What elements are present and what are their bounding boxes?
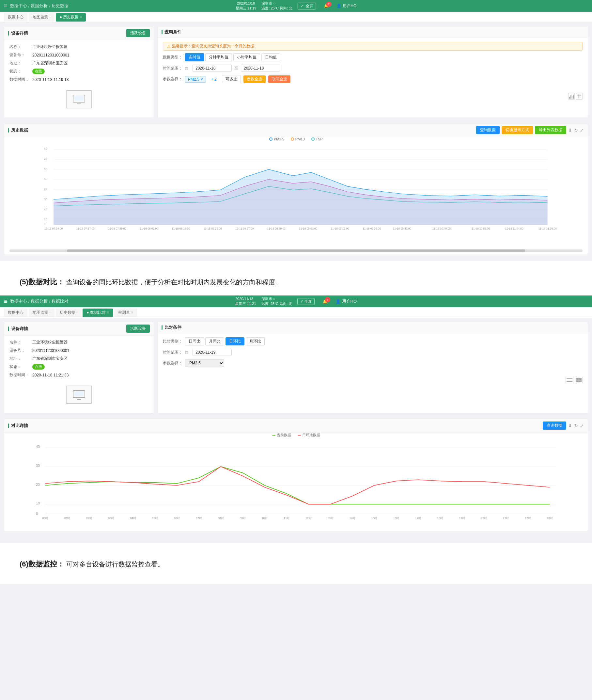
device-id-2: 20201112031000001 — [32, 348, 69, 353]
alert-icon-2[interactable]: 🔔 7 — [320, 298, 330, 305]
btn-query-compare[interactable]: 查询数据 — [543, 421, 566, 430]
svg-text:40: 40 — [44, 187, 47, 191]
legend-compare: 日环比数据 — [298, 433, 320, 437]
user-menu-2[interactable]: 👤 用户HO — [336, 298, 357, 304]
refresh-icon-2[interactable]: ↻ — [574, 423, 578, 428]
tab-history-2[interactable]: 历史数据 · — [56, 309, 82, 317]
svg-text:30: 30 — [44, 197, 47, 201]
list-view-icon[interactable] — [565, 377, 574, 383]
svg-text:80: 80 — [44, 147, 47, 150]
btn-query-data[interactable]: 查询数据 — [476, 126, 500, 134]
menu-icon-2[interactable]: ≡ — [4, 298, 7, 305]
tab-data-center-2[interactable]: 数据中心 — [4, 309, 28, 317]
svg-text:40: 40 — [36, 445, 40, 449]
weather-2: 深圳市 ○ 温度: 25°C 风向: 北 — [261, 296, 292, 306]
svg-text:15时: 15时 — [372, 516, 378, 520]
compare-type-buttons: 日同比 月同比 日环比 月环比 — [185, 337, 265, 345]
param-tag-pm25[interactable]: PM2.5 × — [185, 76, 206, 83]
svg-text:14时: 14时 — [349, 516, 356, 520]
query-panel-title: 查询条件 — [161, 29, 182, 35]
tab-map-monitor[interactable]: 地图监测 · — [29, 13, 54, 21]
chart-scrollbar[interactable] — [9, 249, 583, 252]
legend-tsp: TSP — [311, 137, 323, 141]
btn-month-mom[interactable]: 月环比 — [246, 337, 265, 345]
alert-badge-2: 7 — [325, 297, 330, 302]
hist-action-buttons: 查询数据 切换显示方式 导出列表数据 ⬇ ↻ ⤢ — [476, 126, 584, 134]
weather-display: 深圳市 ○ 温度: 25°C 风向: 北 — [261, 1, 292, 11]
svg-text:11-18 08:01:00: 11-18 08:01:00 — [140, 227, 158, 230]
refresh-icon[interactable]: ↻ — [574, 128, 578, 133]
device-status-badge-2: 在线 — [32, 364, 45, 370]
tab-close-compare[interactable]: × — [107, 311, 109, 314]
device-name-row-2: 名称： 工业环境粉尘报警器 — [9, 339, 148, 345]
nav-center-2: 2020/11/18 星期三 11:21 深圳市 ○ 温度: 25°C 风向: … — [235, 296, 357, 307]
device-icon-area-2 — [9, 380, 148, 409]
btn-hour-avg[interactable]: 小时平均值 — [233, 53, 260, 61]
expand-icon[interactable]: ⤢ — [580, 128, 584, 133]
tab-check-order[interactable]: 检测单 × — [114, 309, 137, 317]
alert-icon[interactable]: 🔔 7 — [321, 2, 331, 9]
menu-icon[interactable]: ≡ — [4, 3, 7, 9]
expand-icon-2[interactable]: ⤢ — [580, 423, 584, 428]
bar-chart-icon[interactable] — [568, 93, 575, 100]
breadcrumb-1: 数据中心 / 数据分析 / 历史数据 — [10, 3, 68, 9]
download-icon[interactable]: ⬇ — [568, 128, 572, 133]
compare-panel-content: 比对类别： 日同比 月同比 日环比 月环比 时间范围： 自 — [158, 333, 588, 374]
device-name: 工业环境粉尘报警器 — [32, 44, 67, 50]
param-more-count[interactable]: + 2 — [211, 77, 217, 82]
warning-icon: ⚠ — [167, 44, 171, 49]
data-type-buttons: 实时值 分钟平均值 小时平均值 日均值 — [185, 53, 280, 61]
tab-bar-2: 数据中心 地图监测 · 历史数据 · ● 数据比对 × 检测单 × — [0, 307, 592, 318]
btn-day-mom[interactable]: 日环比 — [226, 337, 244, 345]
svg-text:30: 30 — [36, 464, 40, 468]
grid-view-icon[interactable] — [575, 377, 583, 383]
compare-date-input[interactable] — [193, 349, 232, 356]
chart-legend: PM2.5 PM10 TSP — [4, 137, 588, 141]
tab-compare[interactable]: ● 数据比对 × — [83, 309, 112, 317]
compare-param-select[interactable]: PM2.5 PM10 TSP — [185, 359, 224, 367]
section6-title: (6)数据监控： 可对多台设备进行数据监控查看。 — [19, 550, 573, 574]
hist-chart-svg: 80 70 60 50 40 30 20 10 0 — [9, 147, 583, 232]
svg-text:20: 20 — [44, 207, 47, 211]
svg-text:11-18 09:13:00: 11-18 09:13:00 — [331, 227, 349, 230]
btn-multi-select[interactable]: 可多选 — [222, 75, 241, 83]
tab-history-data[interactable]: ● 历史数据 × — [56, 13, 86, 21]
svg-text:09时: 09时 — [240, 516, 246, 520]
tab-data-center[interactable]: 数据中心 — [4, 13, 28, 21]
btn-export-data[interactable]: 导出列表数据 — [535, 126, 566, 134]
device-id: 20201112031000001 — [32, 53, 69, 57]
hist-panel-header: 历史数据 查询数据 切换显示方式 导出列表数据 ⬇ ↻ ⤢ — [4, 124, 588, 137]
btn-day-avg[interactable]: 日均值 — [261, 53, 280, 61]
tab-map-2[interactable]: 地图监测 · — [29, 309, 54, 317]
btn-day-yoy[interactable]: 日同比 — [185, 337, 204, 345]
tab-close-check[interactable]: × — [131, 311, 133, 314]
btn-minute-avg[interactable]: 分钟平均值 — [205, 53, 232, 61]
btn-month-yoy[interactable]: 月同比 — [205, 337, 224, 345]
edit-device-button-2[interactable]: 活跃设备 — [126, 325, 150, 333]
user-menu[interactable]: 👤 用户HO — [337, 3, 356, 9]
btn-switch-display[interactable]: 切换显示方式 — [502, 126, 533, 134]
svg-text:23时: 23时 — [547, 516, 553, 520]
svg-text:0: 0 — [36, 512, 38, 516]
bottom-section-text: (6)数据监控： 可对多台设备进行数据监控查看。 — [0, 543, 592, 584]
legend-current: 当前数据 — [272, 433, 291, 437]
edit-device-button[interactable]: 活跃设备 — [126, 29, 150, 37]
btn-realtime[interactable]: 实时值 — [185, 53, 204, 61]
datetime-2: 2020/11/18 星期三 11:21 — [235, 296, 256, 307]
date-to-input[interactable] — [241, 65, 280, 72]
svg-text:18时: 18时 — [437, 516, 443, 520]
table-icon[interactable] — [576, 93, 583, 100]
svg-text:12时: 12时 — [305, 516, 312, 520]
top-navbar-2: ≡ 数据中心 / 数据分析 / 数据比对 2020/11/18 星期三 11:2… — [0, 295, 592, 307]
tab-close-history[interactable]: × — [80, 15, 82, 19]
alert-badge: 7 — [326, 2, 331, 7]
fullscreen-button[interactable]: ⤢ 全屏 — [298, 3, 316, 9]
download-icon-2[interactable]: ⬇ — [568, 423, 572, 428]
btn-select-all[interactable]: 参数全选 — [243, 76, 266, 83]
svg-text:06时: 06时 — [174, 516, 180, 520]
date-from-input[interactable] — [193, 65, 232, 72]
device-panel-header: 设备详情 活跃设备 — [4, 27, 154, 40]
fullscreen-button-2[interactable]: ⤢ 全屏 — [297, 298, 314, 305]
btn-deselect-all[interactable]: 取消全选 — [268, 76, 290, 83]
device-panel-header-2: 设备详情 活跃设备 — [4, 322, 154, 336]
